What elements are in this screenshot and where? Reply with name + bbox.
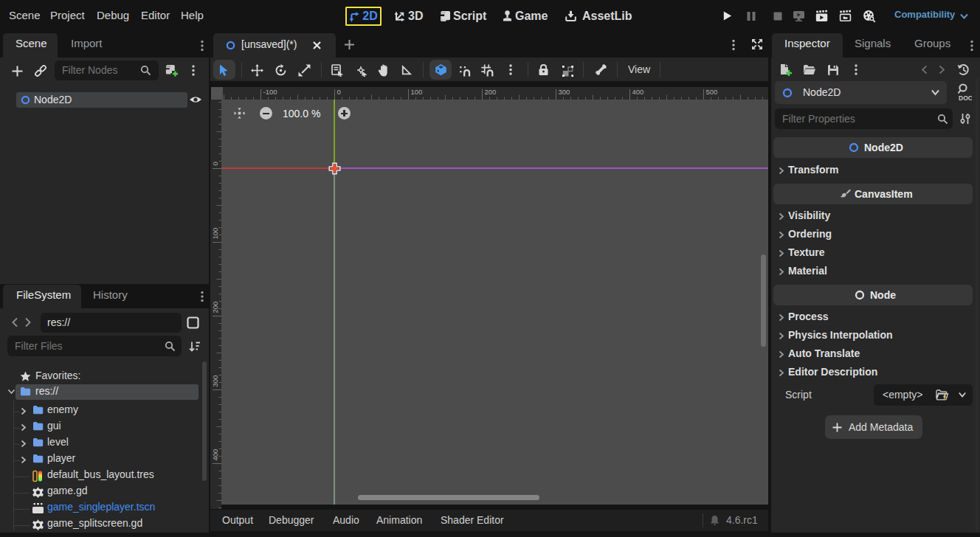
svg-text:200: 200: [211, 302, 219, 313]
svg-text:0: 0: [337, 88, 341, 96]
svg-text:400: 400: [211, 449, 219, 461]
svg-text:300: 300: [211, 375, 219, 387]
svg-text:300: 300: [559, 88, 570, 96]
svg-text:DOC: DOC: [959, 94, 972, 102]
svg-text:200: 200: [485, 88, 497, 96]
svg-text:500: 500: [706, 88, 718, 96]
svg-text:100: 100: [211, 228, 219, 240]
svg-text:400: 400: [632, 88, 644, 96]
svg-text:100: 100: [411, 88, 423, 96]
svg-text:0: 0: [211, 162, 219, 165]
svg-text:-100: -100: [263, 88, 277, 96]
